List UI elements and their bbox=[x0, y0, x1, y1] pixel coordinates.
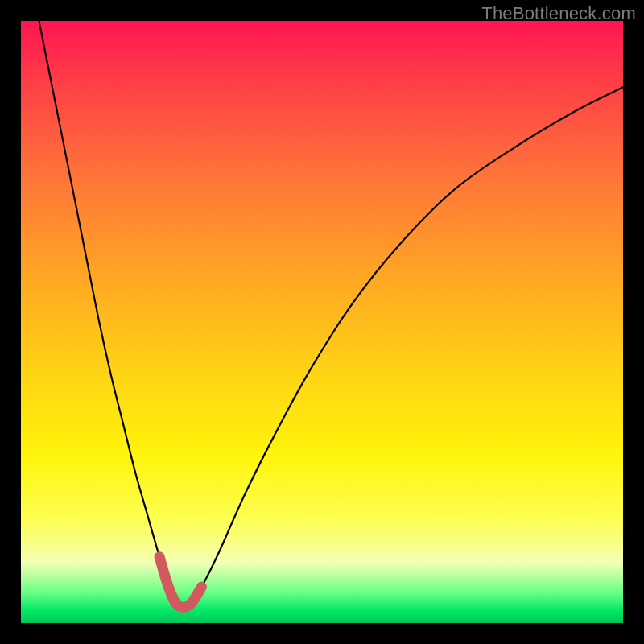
curve-overlay bbox=[0, 0, 644, 644]
bottleneck-minimum-highlight bbox=[159, 557, 201, 608]
bottleneck-curve bbox=[39, 21, 623, 607]
